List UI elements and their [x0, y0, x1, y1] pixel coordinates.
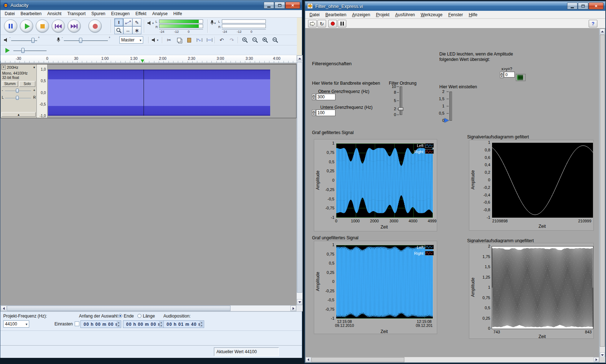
scroll-left-arrow[interactable] — [1, 306, 6, 311]
menu-item[interactable]: Analyse — [149, 10, 171, 17]
input-volume-slider[interactable] — [64, 40, 108, 41]
menu-item[interactable]: Effekt — [132, 10, 149, 17]
spinner-icon[interactable]: ▲▼ — [117, 321, 120, 327]
zoom-out-button[interactable] — [250, 36, 260, 44]
menu-item[interactable]: Ausführen — [392, 12, 418, 18]
help-button[interactable]: ? — [589, 20, 597, 27]
rate-select[interactable]: 44100 ▾ — [3, 320, 29, 328]
track-name-menu[interactable]: 200Hz ▾ — [7, 65, 36, 70]
close-button[interactable]: × — [285, 2, 300, 9]
hscroll-thumb[interactable] — [7, 306, 230, 311]
silence-audio-button[interactable] — [205, 36, 214, 44]
lower-cutoff-value[interactable]: 100 — [316, 110, 335, 116]
copy-button[interactable] — [174, 36, 184, 44]
scroll-right-arrow[interactable] — [290, 306, 296, 311]
timeshift-tool-button[interactable]: ↔ — [123, 26, 132, 34]
scroll-left-arrow[interactable] — [306, 357, 311, 362]
redo-button[interactable]: ↷ — [227, 36, 237, 44]
skip-start-button[interactable] — [52, 19, 65, 33]
plot-legend[interactable]: Left Right — [401, 142, 434, 155]
chart-filtered-plot[interactable] — [492, 142, 593, 218]
zoom-in-button[interactable] — [240, 36, 250, 44]
graph-unfiltered[interactable]: Amplitude 10,750,50,250-0,25-0,5-0,75-1 … — [314, 241, 437, 334]
menu-item[interactable]: Werkzeuge — [418, 12, 445, 18]
menu-item[interactable]: Anzeigen — [349, 12, 373, 18]
graph-filtered[interactable]: Amplitude 10,750,50,250-0,25-0,5-0,75-1 … — [314, 139, 437, 231]
fit-project-button[interactable] — [270, 36, 280, 44]
spinner-icon[interactable]: ▲▼ — [159, 321, 163, 327]
device-speaker-icon[interactable] — [152, 38, 157, 42]
record-button[interactable] — [88, 19, 102, 33]
scroll-up-arrow[interactable] — [297, 56, 302, 61]
compare-control[interactable]: ▲▼ 0 — [500, 72, 515, 77]
filter-order-slider[interactable] — [400, 86, 402, 115]
menu-item[interactable]: Bearbeiten — [18, 10, 44, 17]
track-gain-thumb[interactable] — [16, 89, 19, 93]
undo-button[interactable]: ↶ — [217, 36, 227, 44]
run-button[interactable] — [308, 20, 317, 27]
track-close-button[interactable]: × — [1, 65, 6, 70]
menu-item[interactable]: Hilfe — [466, 12, 480, 18]
pause-button[interactable] — [338, 20, 346, 27]
chart-unfiltered-plot[interactable] — [492, 246, 593, 329]
horizontal-scrollbar[interactable] — [305, 357, 600, 363]
menu-item[interactable]: Bearbeiten — [322, 12, 349, 18]
waveform-clip[interactable] — [48, 70, 270, 116]
minimize-button[interactable] — [567, 3, 578, 9]
chevron-down-icon[interactable]: ▾ — [214, 22, 216, 25]
trim-audio-button[interactable] — [194, 36, 204, 44]
play-speed-thumb[interactable] — [21, 48, 25, 53]
menu-item[interactable]: Projekt — [373, 12, 392, 18]
stop-button[interactable] — [36, 19, 49, 33]
play-speed-slider[interactable] — [13, 50, 47, 52]
chart-unfiltered[interactable]: Amplitude 21,751,51,2510,750,50,250 7438… — [469, 243, 594, 339]
vscroll-thumb[interactable] — [600, 35, 605, 347]
maximize-button[interactable] — [275, 2, 285, 9]
play-button[interactable] — [20, 19, 33, 33]
close-button[interactable]: × — [589, 3, 603, 9]
skip-end-button[interactable] — [67, 19, 81, 33]
upper-cutoff-value[interactable]: 300 — [316, 94, 335, 100]
lower-cutoff-control[interactable]: ▲▼ 100 — [312, 110, 335, 116]
threshold-thumb[interactable] — [444, 118, 449, 123]
vscroll-thumb[interactable] — [297, 62, 302, 293]
chart-filtered[interactable]: Amplitude 10,80,60,40,20-0,2-0,4-0,6-0,8… — [469, 140, 594, 231]
menu-item[interactable]: Hilfe — [171, 10, 185, 17]
plot-legend[interactable]: Left Right — [401, 244, 434, 256]
spinner-icon[interactable]: ▲▼ — [500, 72, 504, 77]
menu-item[interactable]: Datei — [2, 10, 18, 17]
output-volume-thumb[interactable] — [31, 38, 35, 43]
solo-button[interactable]: Solo — [19, 81, 35, 87]
scroll-right-arrow[interactable] — [594, 357, 599, 362]
horizontal-scrollbar[interactable] — [0, 305, 297, 311]
zoom-tool-button[interactable] — [114, 26, 123, 34]
playhead-marker[interactable] — [141, 59, 144, 63]
playback-meter[interactable]: ▾ LR -24-120 — [148, 19, 205, 35]
record-meter[interactable]: ▾ LR -24-120 — [210, 19, 268, 35]
hscroll-thumb[interactable] — [311, 357, 404, 362]
fit-selection-button[interactable] — [260, 36, 270, 44]
multi-tool-button[interactable]: ∗ — [132, 26, 141, 34]
pause-button[interactable] — [4, 19, 17, 33]
paste-button[interactable] — [184, 36, 194, 44]
filter-order-thumb[interactable] — [398, 107, 403, 111]
compare-value[interactable]: 0 — [504, 72, 515, 77]
spinner-icon[interactable]: ▲▼ — [200, 321, 203, 327]
maximize-button[interactable] — [578, 3, 588, 9]
radio-end[interactable] — [118, 314, 122, 318]
selection-end-field[interactable]: 00 h 00 m 00 s ▲▼ — [123, 320, 164, 328]
led-indicator[interactable] — [522, 75, 523, 80]
radio-length[interactable] — [137, 314, 141, 318]
cut-button[interactable]: ✂ — [164, 36, 174, 44]
threshold-slider[interactable] — [449, 92, 452, 121]
input-source-select[interactable]: Master ▾ — [119, 36, 143, 44]
spinner-icon[interactable]: ▲▼ — [312, 94, 316, 100]
minimize-button[interactable] — [264, 2, 274, 9]
menu-item[interactable]: Transport — [64, 10, 88, 17]
selection-start-field[interactable]: 00 h 00 m 00 s ▲▼ — [80, 320, 121, 328]
draw-tool-button[interactable]: ✎ — [132, 18, 141, 26]
menu-item[interactable]: Fenster — [445, 12, 466, 18]
audio-position-field[interactable]: 00 h 01 m 40 s ▲▼ — [163, 320, 204, 328]
spinner-icon[interactable]: ▲▼ — [312, 110, 316, 116]
menu-item[interactable]: Datei — [307, 12, 322, 18]
